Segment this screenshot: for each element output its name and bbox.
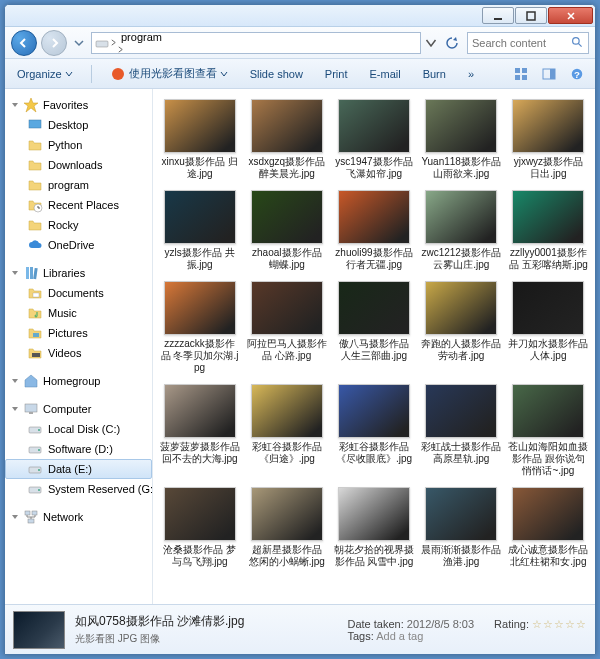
svg-rect-32 <box>32 511 37 515</box>
date-taken-label: Date taken: <box>347 618 403 630</box>
file-label: 沧桑摄影作品 梦与鸟飞翔.jpg <box>160 544 240 568</box>
details-filetype: 光影看图 JPG 图像 <box>75 632 337 646</box>
organize-menu[interactable]: Organize <box>13 66 77 82</box>
sidebar-item[interactable]: OneDrive <box>5 235 152 255</box>
sidebar-item[interactable]: Software (D:) <box>5 439 152 459</box>
file-thumbnail[interactable]: 傲八马摄影作品 人生三部曲.jpg <box>331 279 416 376</box>
file-thumbnail[interactable]: 成心诚意摄影作品 北红柱裙和女.jpg <box>506 485 591 570</box>
refresh-button[interactable] <box>441 32 463 54</box>
print-button[interactable]: Print <box>321 66 352 82</box>
file-thumbnail[interactable]: ysc1947摄影作品 飞瀑如帘.jpg <box>331 97 416 182</box>
search-box[interactable] <box>467 32 589 54</box>
search-input[interactable] <box>472 37 567 49</box>
sidebar-item[interactable]: Videos <box>5 343 152 363</box>
maximize-button[interactable] <box>515 7 547 24</box>
sidebar-item[interactable]: Local Disk (C:) <box>5 419 152 439</box>
svg-rect-33 <box>28 519 34 523</box>
slideshow-button[interactable]: Slide show <box>246 66 307 82</box>
svg-rect-2 <box>96 41 108 47</box>
file-thumbnail[interactable]: 阿拉巴马人摄影作品 心路.jpg <box>244 279 329 376</box>
minimize-button[interactable] <box>482 7 514 24</box>
date-taken-value[interactable]: 2012/8/5 8:03 <box>407 618 474 630</box>
svg-rect-17 <box>33 268 38 279</box>
svg-rect-16 <box>30 267 33 279</box>
view-options-button[interactable] <box>511 64 531 84</box>
file-thumbnail[interactable]: zhaoal摄影作品 蝴蝶.jpg <box>244 188 329 273</box>
file-thumbnail[interactable]: yzls摄影作品 共振.jpg <box>157 188 242 273</box>
sidebar-item[interactable]: Pictures <box>5 323 152 343</box>
sidebar-item[interactable]: Recent Places <box>5 195 152 215</box>
sidebar-item[interactable]: program <box>5 175 152 195</box>
sidebar-item[interactable]: Rocky <box>5 215 152 235</box>
expand-icon[interactable] <box>11 101 19 109</box>
content-pane[interactable]: xinxu摄影作品 归途.jpgxsdxgzq摄影作品 醉美晨光.jpgysc1… <box>153 89 595 604</box>
help-button[interactable]: ? <box>567 64 587 84</box>
details-filename: 如风0758摄影作品 沙滩倩影.jpg <box>75 613 337 630</box>
file-thumbnail[interactable]: xsdxgzq摄影作品 醉美晨光.jpg <box>244 97 329 182</box>
file-thumbnail[interactable]: 超新星摄影作品 悠闲的小蜗蜥.jpg <box>244 485 329 570</box>
breadcrumb-segment[interactable]: program <box>117 32 173 43</box>
preview-pane-button[interactable] <box>539 64 559 84</box>
back-button[interactable] <box>11 30 37 56</box>
sidebar-item[interactable]: Python <box>5 135 152 155</box>
sidebar-item[interactable]: Documents <box>5 283 152 303</box>
file-thumbnail[interactable]: 菠萝菠萝摄影作品 回不去的大海.jpg <box>157 382 242 479</box>
file-thumbnail[interactable]: zzllyy0001摄影作品 五彩喀纳斯.jpg <box>506 188 591 273</box>
burn-button[interactable]: Burn <box>419 66 450 82</box>
sidebar-group-computer[interactable]: Computer <box>5 399 152 419</box>
file-thumbnail[interactable]: 朝花夕拾的视界摄影作品 风雪中.jpg <box>331 485 416 570</box>
file-thumbnail[interactable]: zzzzackk摄影作品 冬季贝加尔湖.jpg <box>157 279 242 376</box>
file-label: 苍山如海阳如血摄影作品 跟你说句悄悄话~.jpg <box>508 441 588 477</box>
tags-value[interactable]: Add a tag <box>376 630 423 642</box>
file-thumbnail[interactable]: xinxu摄影作品 归途.jpg <box>157 97 242 182</box>
forward-button[interactable] <box>41 30 67 56</box>
toolbar-overflow[interactable]: » <box>464 66 478 82</box>
sidebar-group-favorites[interactable]: Favorites <box>5 95 152 115</box>
sidebar-group-network[interactable]: Network <box>5 507 152 527</box>
expand-icon[interactable] <box>11 513 19 521</box>
sidebar-item[interactable]: System Reserved (G:) <box>5 479 152 499</box>
file-thumbnail[interactable]: 晨雨渐渐摄影作品 渔港.jpg <box>419 485 504 570</box>
history-dropdown-icon[interactable] <box>71 35 87 51</box>
sidebar-group-homegroup[interactable]: Homegroup <box>5 371 152 391</box>
expand-icon[interactable] <box>11 405 19 413</box>
file-thumbnail[interactable]: yjxwyz摄影作品 日出.jpg <box>506 97 591 182</box>
file-thumbnail[interactable]: 并刀如水摄影作品 人体.jpg <box>506 279 591 376</box>
file-thumbnail[interactable]: zwc1212摄影作品 云雾山庄.jpg <box>419 188 504 273</box>
file-thumbnail[interactable]: zhuoli99摄影作品 行者无疆.jpg <box>331 188 416 273</box>
svg-rect-15 <box>26 267 29 279</box>
rating-stars[interactable]: ☆☆☆☆☆ <box>532 618 587 630</box>
email-button[interactable]: E-mail <box>365 66 404 82</box>
file-thumbnail[interactable]: 奔跑的人摄影作品 劳动者.jpg <box>419 279 504 376</box>
sidebar-item[interactable]: Data (E:) <box>5 459 152 479</box>
sidebar-group-libraries[interactable]: Libraries <box>5 263 152 283</box>
close-button[interactable] <box>548 7 593 24</box>
file-label: 并刀如水摄影作品 人体.jpg <box>508 338 588 362</box>
file-label: xinxu摄影作品 归途.jpg <box>160 156 240 180</box>
expand-icon[interactable] <box>11 377 19 385</box>
svg-rect-0 <box>494 18 502 20</box>
file-thumbnail[interactable]: 彩虹谷摄影作品 《尽收眼底》.jpg <box>331 382 416 479</box>
file-label: 奔跑的人摄影作品 劳动者.jpg <box>421 338 501 362</box>
sidebar-item[interactable]: Desktop <box>5 115 152 135</box>
rating-label: Rating: <box>494 618 529 630</box>
file-thumbnail[interactable]: 苍山如海阳如血摄影作品 跟你说句悄悄话~.jpg <box>506 382 591 479</box>
file-thumbnail[interactable]: 彩虹战士摄影作品 高原星轨.jpg <box>419 382 504 479</box>
file-thumbnail[interactable]: 沧桑摄影作品 梦与鸟飞翔.jpg <box>157 485 242 570</box>
sidebar-item[interactable]: Music <box>5 303 152 323</box>
sidebar-item[interactable]: Downloads <box>5 155 152 175</box>
file-label: zzzzackk摄影作品 冬季贝加尔湖.jpg <box>160 338 240 374</box>
file-label: 彩虹谷摄影作品 《归途》.jpg <box>247 441 327 465</box>
file-thumbnail[interactable]: 彩虹谷摄影作品 《归途》.jpg <box>244 382 329 479</box>
expand-icon[interactable] <box>11 269 19 277</box>
file-thumbnail[interactable]: Yuan118摄影作品 山雨欲来.jpg <box>419 97 504 182</box>
file-label: zhaoal摄影作品 蝴蝶.jpg <box>247 247 327 271</box>
svg-point-26 <box>38 449 40 451</box>
breadcrumb-dropdown-icon[interactable] <box>425 37 437 49</box>
file-label: yzls摄影作品 共振.jpg <box>160 247 240 271</box>
breadcrumb[interactable]: Data (E:)RockyprogramfetchXitekcontent <box>91 32 421 54</box>
svg-point-3 <box>573 38 580 45</box>
chevron-down-icon <box>65 70 73 78</box>
file-label: zhuoli99摄影作品 行者无疆.jpg <box>334 247 414 271</box>
open-with-viewer[interactable]: 使用光影看图查看 <box>106 64 232 84</box>
